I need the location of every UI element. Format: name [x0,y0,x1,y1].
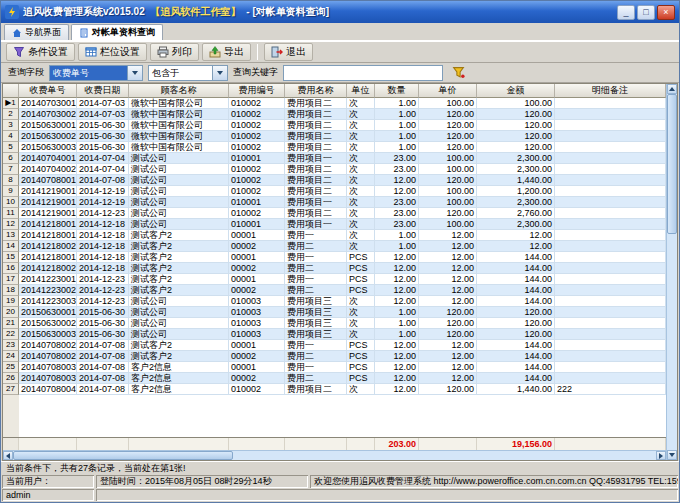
table-row[interactable]: 22201506300032015-06-30测试公司010003费用项目三次1… [3,329,666,340]
window-title: 追风收费管理系统v2015.02 【追风软件工作室】 - [对帐单资料查询] [23,5,613,19]
tab-navigation[interactable]: 导航界面 [4,24,69,40]
table-row[interactable]: 17201412230012014-12-23测试客户200001费用一PCS1… [3,274,666,285]
cell: 144.00 [477,340,555,351]
query-operator-value: 包含于 [149,66,212,80]
cell [555,120,666,131]
cell: 120.00 [477,318,555,329]
table-row[interactable]: 7201407040022014-07-04测试公司010002费用项目二次23… [3,164,666,175]
cell: 20141223001 [19,274,77,285]
row-number: 22 [3,329,19,340]
cell: 23.00 [375,208,419,219]
cell: 12.00 [477,241,555,252]
cell: 12.00 [375,263,419,274]
maximize-button[interactable]: □ [637,5,655,20]
row-number: 14 [3,241,19,252]
table-row[interactable]: 3201506300012015-06-30微软中国有限公司010002费用项目… [3,120,666,131]
column-header[interactable]: 收费日期 [77,84,129,98]
cell: 费用一 [285,252,347,263]
exit-button[interactable]: 退出 [264,43,313,61]
query-operator-select[interactable]: 包含于 [148,65,228,81]
table-row[interactable]: 24201407080022014-07-08测试客户200002费用二PCS1… [3,351,666,362]
vertical-scrollbar[interactable] [666,84,677,460]
column-header[interactable]: 费用编号 [229,84,285,98]
app-icon [5,5,19,19]
cell: 120.00 [419,329,477,340]
toolbar: 条件设置 栏位设置 列印 导出 [1,41,679,63]
table-row[interactable]: 12201412180012014-12-18测试公司010001费用项目一次2… [3,219,666,230]
scroll-down-button[interactable] [667,450,677,460]
cell: 2,760.00 [477,208,555,219]
table-row[interactable]: ▶1201407030012014-07-03微软中国有限公司010002费用项… [3,98,666,109]
scroll-up-button[interactable] [667,84,677,94]
scroll-left-button[interactable] [3,451,13,460]
cell: 次 [347,384,375,395]
cell: 1.00 [375,318,419,329]
cell: 00002 [229,373,285,384]
table-row[interactable]: 4201506300022015-06-30微软中国有限公司010002费用项目… [3,131,666,142]
export-button[interactable]: 导出 [202,43,251,61]
table-row[interactable]: 5201506300032015-06-30微软中国有限公司010002费用项目… [3,142,666,153]
column-header[interactable]: 单位 [347,84,375,98]
column-header[interactable]: 费用名称 [285,84,347,98]
condition-settings-button[interactable]: 条件设置 [6,43,75,61]
table-row[interactable]: 27201407080042014-07-08客户2信息010002费用项目二次… [3,384,666,395]
close-button[interactable]: × [657,5,675,20]
column-header[interactable]: 顾客名称 [129,84,229,98]
table-row[interactable]: 26201407080032014-07-08客户2信息00002费用二PCS1… [3,373,666,384]
tab-statement-query[interactable]: 对帐单资料查询 [71,24,163,40]
table-row[interactable]: 23201407080022014-07-08测试客户200001费用一PCS1… [3,340,666,351]
table-row[interactable]: 2201407030022014-07-03微软中国有限公司010002费用项目… [3,109,666,120]
print-icon [157,46,169,58]
cell: 20141218001 [19,230,77,241]
cell: 23.00 [375,197,419,208]
vertical-scroll-thumb[interactable] [667,94,677,234]
column-header[interactable]: 金额 [477,84,555,98]
table-row[interactable]: 10201412190012014-12-19测试公司010001费用项目一次2… [3,197,666,208]
table-row[interactable]: 25201407080032014-07-08客户2信息00001费用一PCS1… [3,362,666,373]
vertical-scroll-track[interactable] [667,94,677,450]
table-row[interactable]: 13201412180012014-12-18测试客户200001费用一次1.0… [3,230,666,241]
horizontal-scroll-track[interactable] [13,451,656,460]
table-row[interactable]: 20201506300012015-06-30测试公司010003费用项目三次1… [3,307,666,318]
cell: 00002 [229,351,285,362]
table-row[interactable]: 19201412230032014-12-23测试公司010003费用项目三次1… [3,296,666,307]
table-row[interactable]: 8201407080012014-07-08测试公司010002费用项目二次12… [3,175,666,186]
chevron-down-icon[interactable] [127,66,142,80]
table-row[interactable]: 11201412190012014-12-23测试公司010002费用项目二次2… [3,208,666,219]
quantity-total: 203.00 [375,438,419,450]
column-header[interactable]: 明细备注 [555,84,666,98]
print-button[interactable]: 列印 [150,43,199,61]
table-row[interactable]: 18201412230022014-12-23测试客户200002费用二PCS1… [3,285,666,296]
apply-filter-button[interactable] [448,65,468,81]
cell: 2015-06-30 [77,131,129,142]
table-row[interactable]: 15201412180012014-12-18测试客户200001费用一PCS1… [3,252,666,263]
column-header[interactable]: 单价 [419,84,477,98]
column-header[interactable]: 收费单号 [19,84,77,98]
cell [555,164,666,175]
statement-query-tab-icon [79,28,89,38]
table-row[interactable]: 16201412180022014-12-18测试客户200002费用二PCS1… [3,263,666,274]
cell: 120.00 [477,131,555,142]
table-row[interactable]: 21201506300022015-06-30测试公司010003费用项目三次1… [3,318,666,329]
row-number: 6 [3,153,19,164]
query-field-select[interactable]: 收费单号 [49,65,143,81]
horizontal-scrollbar[interactable] [3,450,666,460]
cell: 12.00 [419,241,477,252]
row-number: 21 [3,318,19,329]
cell: 2014-12-18 [77,241,129,252]
scroll-right-button[interactable] [656,451,666,460]
cell [555,153,666,164]
keyword-input[interactable] [283,65,443,81]
column-settings-button[interactable]: 栏位设置 [78,43,147,61]
bottom-status-bar: 当前用户： 登陆时间：2015年08月05日 08时29分14秒 欢迎您使用追风… [1,474,679,502]
cell: 100.00 [419,219,477,230]
table-row[interactable]: 14201412180022014-12-18测试客户200002费用二次1.0… [3,241,666,252]
minimize-button[interactable]: _ [617,5,635,20]
cell: 010003 [229,307,285,318]
cell: 100.00 [477,98,555,109]
table-row[interactable]: 9201412190012014-12-19测试公司010002费用项目二次12… [3,186,666,197]
chevron-down-icon[interactable] [212,66,227,80]
table-row[interactable]: 6201407040012014-07-04测试公司010001费用项目一次23… [3,153,666,164]
horizontal-scroll-thumb[interactable] [13,451,233,460]
column-header[interactable]: 数量 [375,84,419,98]
